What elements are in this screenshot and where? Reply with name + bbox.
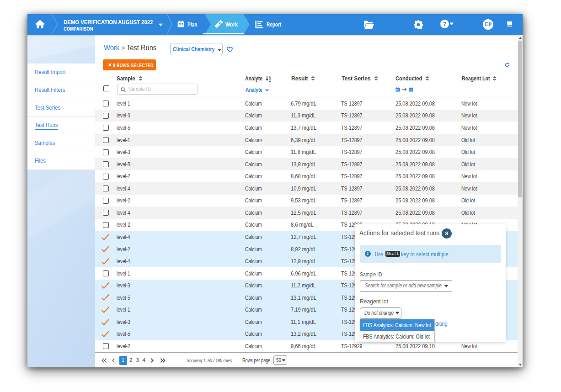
svg-text:Z: Z — [269, 79, 271, 81]
svg-text:A: A — [269, 76, 271, 79]
svg-text:?: ? — [443, 21, 446, 27]
